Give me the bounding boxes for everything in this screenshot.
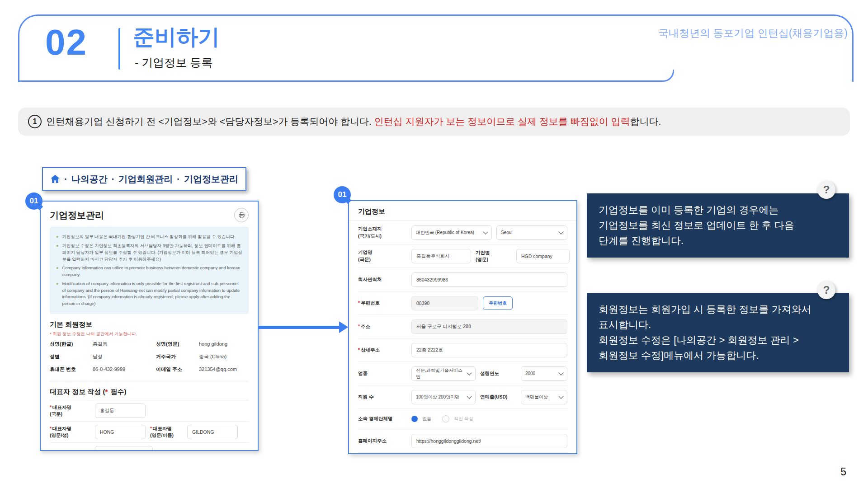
chevron-down-icon [467,394,472,399]
required-asterisk: * [50,404,52,410]
section-number: 02 [45,22,87,63]
flow-arrow-icon [259,321,348,333]
company-contact-input[interactable] [411,272,567,287]
label-text: 소속 경제단체명 [358,416,392,421]
notice-text: 기업정보 수정은 기업정보 최초등록자와 서브담당자 3명만 가능하며, 정보 … [62,243,242,263]
step-marker-2: 01 [334,186,351,203]
notice-text: Modification of company information is o… [62,281,242,307]
callout-line: 회원정보는 회원가입 시 등록한 정보를 가져와서 [599,302,837,317]
label-subtext: (영문) [476,257,488,262]
required-asterisk: * [105,388,108,395]
zipcode-search-button[interactable]: 우편번호 [483,296,513,310]
chevron-down-icon [558,229,563,234]
label-text: 설립연도 [480,371,499,376]
field-label: 홈페이지주소 [358,437,411,445]
form-row-company-contact: 회사연락처 [358,268,567,291]
radio-label-custom[interactable]: 직접 작성 [454,416,473,422]
instruction-bar: 1 인턴채용기업 신청하기 전 <기업정보>와 <담당자정보>가 등록되어야 합… [18,108,850,136]
field-label: *우편번호 [358,300,411,307]
home-icon[interactable] [50,174,60,183]
address-input[interactable] [411,319,567,334]
field-label: *대표자명(국문) [50,404,95,418]
form-row-address-detail: *상세주소 [358,338,567,362]
breadcrumb-item-myspace[interactable]: 나의공간 [71,173,108,185]
chevron-down-icon [558,394,563,399]
required-asterisk: * [358,300,360,305]
form-row-company-profile: 회사소개서 파일선택 회사소개서.pdf ✕ * 홈페이지주소 또는 회사소개서… [358,453,567,454]
required-asterisk: * [50,450,52,451]
notice-item: ●기업정보의 일부 내용은 국내기업-한상기업 간 비즈니스 활성화를 위해 활… [56,234,242,240]
city-select[interactable]: Seoul [496,225,567,240]
label-subtext: (영문/이름) [150,432,174,438]
radio-none-selected[interactable] [411,416,418,422]
label-text: 주소 [361,324,370,329]
rep-lastname-en-input[interactable] [95,425,146,439]
company-name-kr-input[interactable] [411,249,471,263]
form-row-rep-name-kr: *대표자명(국문) [50,400,249,422]
rep-firstname-en-input[interactable] [187,425,238,439]
section-divider [50,381,249,381]
rep-phone-input[interactable] [95,446,153,451]
chevron-down-icon [483,229,488,234]
breadcrumb-item-member-mgmt[interactable]: 기업회원관리 [118,173,173,185]
callout-line: 기업정보를 이미 등록한 기업의 경우에는 [599,202,837,218]
breadcrumb-separator: · [177,174,180,184]
basic-info-row: 휴대폰 번호 86-0-432-9999 이메일 주소 321354@qq.co… [50,364,249,375]
label-subtext: (국문) [50,411,62,417]
selected-value: 2000 [525,371,535,376]
form-row-employees: 직원 수 100명이상 200명미만 연매출(USD) 백만불이상 [358,385,567,409]
field-label: 성명(한글) [50,341,93,347]
page-number: 5 [840,466,846,478]
rep-heading-text: 대표자 정보 작성 ( [50,388,105,395]
label-text: 직원 수 [358,394,373,399]
basic-member-info-note: * 회원 정보 수정은 나의 공간에서 가능합니다. [50,331,249,337]
radio-custom-unselected[interactable] [442,415,449,422]
field-label: 성별 [50,353,93,360]
notice-text: 기업정보의 일부 내용은 국내기업-한상기업 간 비즈니스 활성화를 위해 활용… [62,234,236,240]
required-asterisk: * [358,347,360,352]
label-subtext: (국문) [358,257,371,262]
selected-value: 대한민국 (Republic of Korea) [416,230,474,236]
field-label: 업종 [358,370,411,377]
printer-icon[interactable] [234,208,249,222]
label-text: 기업명 [358,249,373,255]
field-label: 설립연도 [480,370,516,377]
required-asterisk: * [150,426,152,431]
step-number-badge: 1 [28,115,42,128]
field-label: *주소 [358,323,411,330]
employee-count-select[interactable]: 100명이상 200명미만 [411,390,476,404]
address-detail-input[interactable] [411,343,567,357]
page-subtitle: - 기업정보 등록 [135,55,212,70]
selected-value: 전문,과학및기술서비스업 [416,367,465,380]
header-divider [118,28,120,70]
zipcode-input[interactable] [411,296,478,310]
breadcrumb-separator: · [64,174,67,184]
form-row-zipcode: *우편번호 우편번호 [358,291,567,315]
label-text: 상세주소 [361,347,380,352]
question-icon: ? [817,281,835,299]
field-label: *상세주소 [358,347,411,354]
field-label: 소속 경제단체명 [358,415,411,422]
form-row-rep-name-en: *대표자명(영문/성) *대표자명(영문/이름) [50,422,249,443]
breadcrumb: · 나의공간 · 기업회원관리 · 기업정보관리 [42,167,246,191]
company-name-en-input[interactable] [516,249,570,263]
callout-line: 표시합니다. [599,317,837,333]
chevron-down-icon [558,370,563,375]
breadcrumb-item-info-mgmt[interactable]: 기업정보관리 [184,173,238,185]
field-label: *휴대폰 번호 [50,450,95,451]
form-row-website: 홈페이지주소 [358,429,567,453]
country-select[interactable]: 대한민국 (Republic of Korea) [411,225,492,240]
form-row-location: 기업소재지(국가/도시) 대한민국 (Republic of Korea) Se… [358,221,567,244]
annual-revenue-select[interactable]: 백만불이상 [521,390,567,404]
form-row-economic-org: 소속 경제단체명 없음 직접 작성 [358,409,567,429]
website-input[interactable] [411,434,567,448]
basic-info-row: 성별 남성 거주국가 중국 (China) [50,351,249,362]
field-value: 86-0-432-9999 [93,366,156,372]
bullet-icon: ● [56,234,58,240]
founding-year-select[interactable]: 2000 [521,366,567,381]
callout-line: 기업정보를 최신 정보로 업데이트 한 후 다음 [599,218,837,233]
radio-label-none[interactable]: 없음 [422,416,431,422]
industry-select[interactable]: 전문,과학및기술서비스업 [411,366,476,381]
rep-name-kr-input[interactable] [95,404,146,418]
field-value: 남성 [93,353,156,360]
